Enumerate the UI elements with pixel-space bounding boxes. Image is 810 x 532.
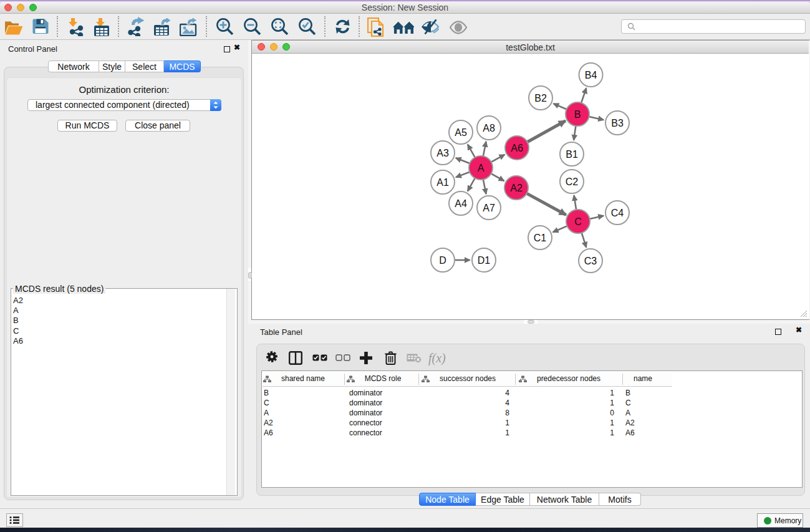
svg-text:A1: A1	[436, 177, 449, 188]
svg-text:A5: A5	[455, 127, 467, 138]
svg-text:C2: C2	[566, 177, 579, 187]
svg-text:A7: A7	[483, 203, 495, 213]
svg-text:B4: B4	[585, 70, 597, 80]
svg-text:A3: A3	[436, 148, 449, 158]
svg-text:A: A	[478, 163, 485, 173]
svg-text:D1: D1	[478, 255, 491, 266]
svg-text:C1: C1	[534, 233, 547, 243]
svg-text:A4: A4	[455, 198, 467, 209]
svg-text:D: D	[439, 255, 446, 266]
svg-text:B3: B3	[611, 118, 624, 128]
svg-text:A2: A2	[510, 183, 523, 193]
svg-text:C4: C4	[611, 208, 624, 218]
svg-text:B1: B1	[566, 149, 578, 160]
svg-text:B2: B2	[534, 93, 547, 104]
svg-text:C: C	[574, 216, 582, 227]
svg-text:C3: C3	[584, 256, 597, 266]
svg-text:B: B	[574, 109, 581, 120]
svg-text:A8: A8	[483, 123, 495, 133]
svg-text:A6: A6	[511, 143, 523, 153]
